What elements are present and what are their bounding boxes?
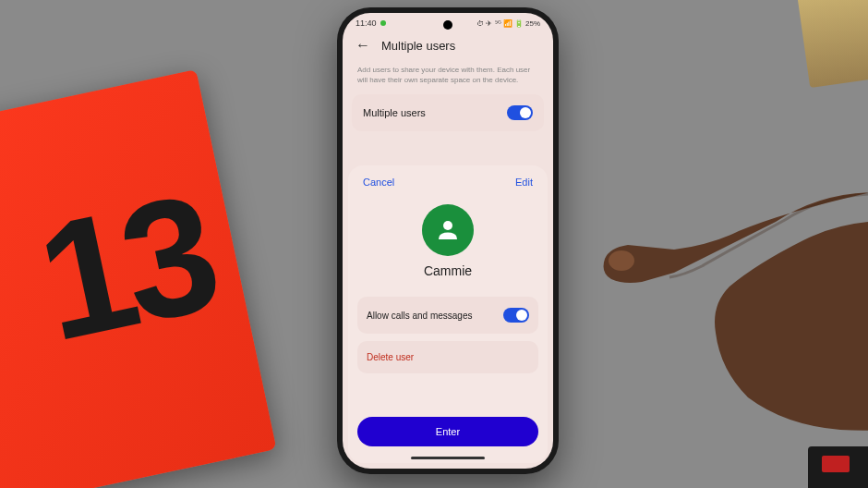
- delete-user-label: Delete user: [367, 352, 414, 362]
- svg-point-0: [443, 221, 452, 230]
- allow-calls-toggle[interactable]: [503, 308, 529, 323]
- status-icons: ⏱ ✈ ⁵ᴳ 📶 🔋: [476, 19, 524, 28]
- phone-device: 11:40 ⏱ ✈ ⁵ᴳ 📶 🔋 25% ← Multiple users Ad…: [337, 7, 559, 474]
- phone-screen: 11:40 ⏱ ✈ ⁵ᴳ 📶 🔋 25% ← Multiple users Ad…: [343, 13, 553, 469]
- enter-button[interactable]: Enter: [357, 417, 538, 446]
- allow-calls-label: Allow calls and messages: [367, 311, 473, 321]
- hand-pointing: [554, 139, 868, 471]
- status-time: 11:40: [356, 18, 377, 28]
- person-icon: [434, 216, 462, 244]
- cancel-button[interactable]: Cancel: [363, 177, 394, 188]
- user-avatar[interactable]: [422, 204, 474, 256]
- user-avatar-section: Cammie: [357, 204, 538, 278]
- status-battery: 25%: [525, 19, 540, 28]
- product-box: 13: [0, 69, 277, 488]
- multiple-users-toggle-row[interactable]: Multiple users: [352, 94, 544, 131]
- background-object-top-right: [797, 0, 868, 88]
- camera-hole: [443, 20, 452, 30]
- delete-user-button[interactable]: Delete user: [357, 341, 538, 373]
- multiple-users-label: Multiple users: [363, 107, 426, 118]
- box-number: 13: [23, 156, 225, 378]
- page-title: Multiple users: [381, 39, 455, 53]
- page-description: Add users to share your device with them…: [343, 61, 553, 94]
- back-arrow-icon[interactable]: ←: [356, 37, 370, 54]
- status-indicator-dot: [380, 20, 386, 26]
- multiple-users-toggle[interactable]: [507, 105, 533, 120]
- home-indicator[interactable]: [411, 457, 485, 459]
- edit-button[interactable]: Edit: [515, 177, 533, 188]
- page-header: ← Multiple users: [343, 30, 553, 61]
- enter-button-label: Enter: [436, 426, 460, 437]
- allow-calls-row[interactable]: Allow calls and messages: [357, 297, 538, 334]
- user-name-label: Cammie: [424, 263, 472, 278]
- user-sheet: Cancel Edit Cammie Allow calls and messa…: [348, 165, 548, 463]
- svg-point-1: [609, 250, 634, 271]
